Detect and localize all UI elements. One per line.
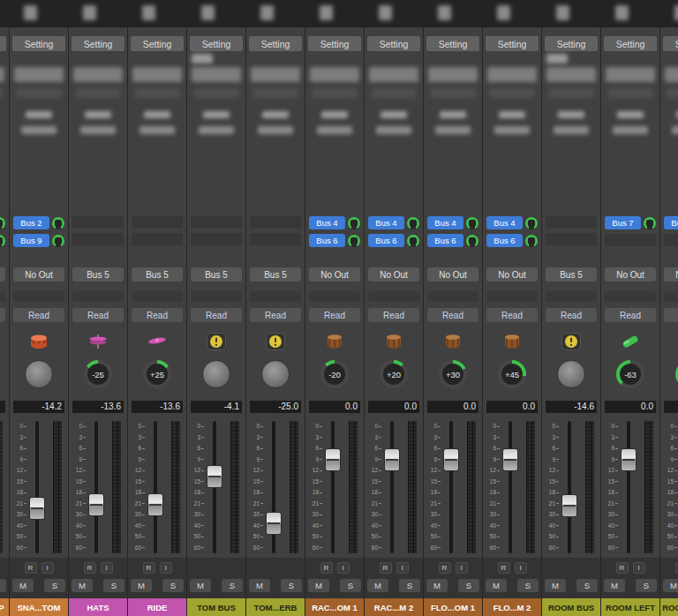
output-button[interactable]: No Out: [427, 267, 478, 282]
send-level-knob[interactable]: [0, 235, 5, 247]
channel-setting-button[interactable]: Setting: [426, 36, 479, 51]
plugin-slot[interactable]: [376, 126, 411, 134]
mute-button[interactable]: M: [308, 579, 329, 592]
input-monitor-button[interactable]: I: [41, 562, 54, 574]
output-button[interactable]: Bus 5: [250, 267, 301, 282]
fader-handle[interactable]: [88, 493, 104, 516]
fader-handle[interactable]: [384, 448, 400, 471]
channel-setting-button[interactable]: Setting: [131, 36, 184, 51]
output-button[interactable]: No Out: [605, 267, 656, 282]
solo-button[interactable]: S: [162, 579, 184, 592]
eq-thumbnail[interactable]: [251, 67, 300, 82]
level-display[interactable]: 0.0: [427, 401, 478, 413]
send-bus-button[interactable]: Bus 6: [368, 234, 404, 247]
plugin-slot[interactable]: [380, 111, 408, 118]
eq-thumbnail[interactable]: [428, 67, 478, 82]
plugin-slot[interactable]: [672, 126, 678, 134]
empty-send-slot[interactable]: [546, 216, 597, 229]
plugin-slot[interactable]: [139, 126, 174, 134]
plugin-slot[interactable]: [21, 126, 56, 134]
track-name-tab[interactable]: FLO...OM 1: [424, 598, 482, 616]
channel-setting-button[interactable]: Setting: [545, 36, 598, 51]
channel-setting-button[interactable]: Setting: [72, 36, 124, 51]
group-slot[interactable]: [13, 291, 64, 302]
track-name-tab[interactable]: RIDE: [128, 598, 186, 616]
plugin-slot[interactable]: [430, 88, 476, 98]
track-name-tab[interactable]: HATS: [69, 598, 127, 616]
send-level-knob[interactable]: [525, 235, 538, 247]
fader-track[interactable]: [154, 421, 157, 553]
record-enable-button[interactable]: R: [675, 562, 678, 574]
send-level-knob[interactable]: [407, 235, 419, 247]
level-display[interactable]: -14.2: [13, 401, 64, 413]
plugin-slot[interactable]: [440, 111, 467, 118]
send-bus-button[interactable]: Bus 4: [368, 216, 404, 229]
automation-mode-button[interactable]: Read: [605, 308, 656, 322]
fader-handle[interactable]: [561, 494, 577, 517]
mute-button[interactable]: M: [131, 579, 152, 592]
send-bus-button[interactable]: Bus 6: [427, 234, 463, 247]
record-enable-button[interactable]: R: [380, 562, 392, 574]
automation-mode-button[interactable]: Read: [72, 308, 124, 322]
automation-mode-button[interactable]: Read: [368, 308, 419, 322]
send-level-knob[interactable]: [348, 217, 360, 229]
output-button[interactable]: No Out: [309, 267, 360, 282]
track-name-tab[interactable]: RAC...OM 1: [305, 598, 364, 616]
pan-knob[interactable]: +45: [498, 360, 526, 388]
level-display[interactable]: -13.6: [132, 401, 183, 413]
record-enable-button[interactable]: R: [25, 562, 37, 574]
automation-mode-button[interactable]: Read: [664, 308, 678, 322]
fader-handle[interactable]: [621, 448, 637, 471]
pan-knob[interactable]: [25, 360, 53, 388]
automation-mode-button[interactable]: Read: [309, 308, 360, 322]
plugin-slot[interactable]: [203, 111, 230, 118]
mute-button[interactable]: M: [72, 579, 93, 592]
pan-knob[interactable]: [202, 360, 230, 388]
mute-button[interactable]: M: [367, 579, 388, 592]
pan-knob[interactable]: -20: [320, 360, 349, 388]
eq-thumbnail[interactable]: [546, 67, 596, 82]
fader-track[interactable]: [35, 421, 39, 553]
plugin-slot[interactable]: [548, 88, 594, 98]
output-button[interactable]: [0, 267, 5, 282]
output-button[interactable]: Bus 5: [132, 267, 183, 282]
send-bus-button[interactable]: Bus 2: [13, 216, 49, 229]
plugin-slot[interactable]: [262, 111, 290, 118]
eq-thumbnail[interactable]: [0, 67, 4, 82]
empty-send-slot[interactable]: [605, 234, 656, 246]
mute-button[interactable]: M: [249, 579, 270, 592]
send-bus-button[interactable]: Bus 4: [427, 216, 463, 229]
automation-mode-button[interactable]: Read: [13, 308, 64, 322]
eq-thumbnail[interactable]: [73, 67, 123, 82]
group-slot[interactable]: [546, 291, 597, 302]
solo-button[interactable]: S: [576, 579, 598, 592]
mute-button[interactable]: M: [486, 579, 507, 592]
group-slot[interactable]: [191, 291, 242, 302]
group-slot[interactable]: [368, 291, 419, 302]
group-slot[interactable]: [605, 291, 656, 302]
group-slot[interactable]: [72, 291, 124, 302]
group-slot[interactable]: [250, 291, 301, 302]
output-button[interactable]: No Out: [664, 267, 678, 282]
group-slot[interactable]: [132, 291, 183, 302]
solo-button[interactable]: S: [636, 579, 657, 592]
send-level-knob[interactable]: [466, 217, 478, 229]
plugin-slot[interactable]: [317, 126, 351, 134]
pan-knob[interactable]: +30: [439, 360, 467, 388]
plugin-slot[interactable]: [199, 126, 233, 134]
pan-knob[interactable]: -25: [84, 360, 112, 388]
automation-mode-button[interactable]: Read: [427, 308, 478, 322]
eq-thumbnail[interactable]: [665, 67, 678, 82]
plugin-slot[interactable]: [554, 126, 588, 134]
record-enable-button[interactable]: R: [439, 562, 451, 574]
plugin-slot[interactable]: [494, 126, 529, 134]
output-button[interactable]: No Out: [368, 267, 419, 282]
send-bus-button[interactable]: Bus 6: [486, 234, 523, 247]
track-name-tab[interactable]: RAC...M 2: [365, 598, 423, 616]
send-level-knob[interactable]: [407, 217, 419, 229]
solo-button[interactable]: S: [458, 579, 479, 592]
group-slot[interactable]: [309, 291, 360, 302]
level-display[interactable]: 0.0: [486, 401, 538, 413]
record-enable-button[interactable]: R: [320, 562, 333, 574]
pan-knob[interactable]: +20: [380, 360, 408, 388]
